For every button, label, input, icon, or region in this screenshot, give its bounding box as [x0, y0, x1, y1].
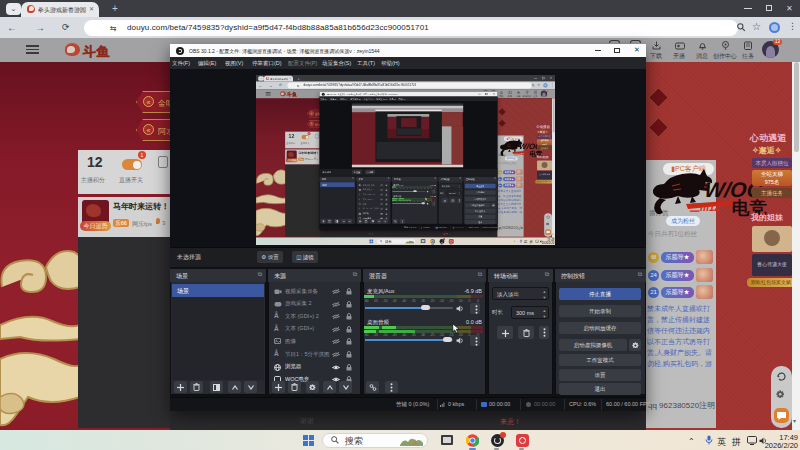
- svg-text:三m12: 三m12: [513, 152, 526, 156]
- svg-text:三m12: 三m12: [689, 202, 720, 213]
